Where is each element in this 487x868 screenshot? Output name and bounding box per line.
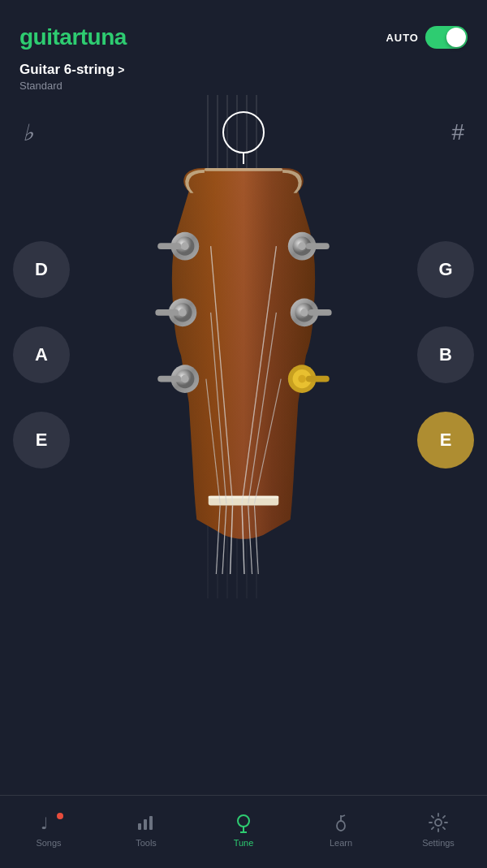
string-button-b[interactable]: B [417,326,474,383]
needle-pointer [243,153,244,164]
auto-toggle-container[interactable]: AUTO [386,26,468,49]
settings-icon [427,811,450,834]
svg-point-46 [337,821,345,831]
tools-icon [135,811,157,834]
songs-notification-dot [57,813,63,819]
logo-guitar: guitar [19,24,80,50]
svg-rect-41 [144,819,147,830]
nav-item-songs[interactable]: ♩ Songs [0,811,97,853]
tune-icon [232,811,255,834]
instrument-selector[interactable]: Guitar 6-string > Standard [0,58,487,95]
needle-circle [222,111,265,153]
svg-rect-40 [138,823,141,830]
app-logo: guitartuna [19,24,127,50]
nav-item-tools[interactable]: Tools [97,811,195,853]
settings-label: Settings [422,838,455,848]
instrument-name-text: Guitar 6-string [19,62,114,78]
svg-point-49 [435,819,442,826]
svg-point-43 [238,815,249,827]
instrument-name[interactable]: Guitar 6-string > [19,62,468,78]
nav-item-tune[interactable]: Tune [195,811,292,853]
logo-tuna: tuna [80,24,127,50]
toggle-knob [446,28,466,47]
learn-icon [330,811,352,834]
string-button-a[interactable]: A [13,326,70,383]
tools-label: Tools [136,838,157,848]
learn-label: Learn [330,838,352,848]
instrument-chevron-icon: > [118,63,124,76]
tuner-area: ♭ # [0,95,487,598]
auto-label: AUTO [386,32,419,44]
tuning-name: Standard [19,80,468,92]
nav-item-learn[interactable]: Learn [292,811,390,853]
bottom-navigation: ♩ Songs Tools Tune [0,795,487,868]
svg-text:♩: ♩ [41,814,48,832]
tune-label: Tune [234,838,254,848]
string-button-e-low[interactable]: E [13,412,70,469]
string-button-d[interactable]: D [13,241,70,298]
tuner-needle [222,111,265,164]
nav-item-settings[interactable]: Settings [390,811,487,853]
svg-rect-42 [149,816,153,830]
string-buttons: D A E G B E [0,168,487,558]
auto-toggle-switch[interactable] [425,26,468,49]
string-button-e-high[interactable]: E [417,412,474,469]
songs-label: Songs [36,838,61,848]
header: guitartuna AUTO [0,0,487,58]
string-button-g[interactable]: G [417,241,474,298]
